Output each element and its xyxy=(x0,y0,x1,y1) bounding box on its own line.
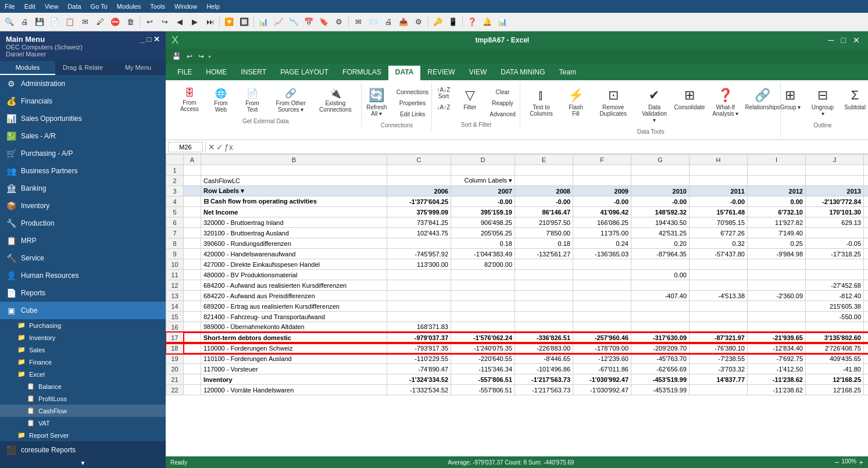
what-if-button[interactable]: ❓ What-If Analysis ▾ xyxy=(706,85,745,120)
insert-function-button[interactable]: ƒx xyxy=(224,142,233,152)
cell[interactable]: 215'605.38 xyxy=(806,301,864,312)
cell[interactable]: -226'883.00 xyxy=(515,343,573,353)
close-button[interactable]: ✕ xyxy=(851,35,862,45)
toolbar-btn-26[interactable]: 📤 xyxy=(397,15,410,29)
qa-dropdown-icon[interactable]: ▾ xyxy=(208,53,211,60)
properties-button[interactable]: Properties xyxy=(394,98,432,108)
sidebar-item-reports[interactable]: 📄 Reports xyxy=(0,284,166,302)
cell[interactable]: 375'999.09 xyxy=(387,207,451,217)
cell[interactable] xyxy=(387,165,451,176)
table-row[interactable]: 5Net Income375'999.09395'159.1986'146.47… xyxy=(166,207,869,217)
cell[interactable]: -110'229.55 xyxy=(387,353,451,364)
tab-home[interactable]: HOME xyxy=(199,66,234,80)
toolbar-btn-6[interactable]: ✉ xyxy=(78,15,92,29)
table-row[interactable]: 16989000 - Übernahmekonto Altdaten168'37… xyxy=(166,322,869,333)
toolbar-btn-10[interactable]: ↩ xyxy=(142,15,156,29)
table-row[interactable]: 14689200 - Ertrag aus realisierten Kursd… xyxy=(166,301,869,312)
cell[interactable]: Column Labels ▾ xyxy=(451,176,515,186)
relationships-button[interactable]: 🔗 Relationships xyxy=(747,85,778,113)
cell[interactable]: 0.20 xyxy=(631,238,690,249)
sidebar-item-inventory[interactable]: 📦 Inventory xyxy=(0,197,166,215)
cell[interactable] xyxy=(515,176,573,186)
cell[interactable]: 12'168.25 xyxy=(806,374,864,385)
cell[interactable] xyxy=(184,197,201,207)
toolbar-btn-9[interactable]: 🗑 xyxy=(123,15,137,29)
cell[interactable]: -1'030'992.47 xyxy=(573,374,631,385)
cell[interactable] xyxy=(451,280,515,291)
cell[interactable]: 168'371.83 xyxy=(864,322,869,333)
col-header-b[interactable]: B xyxy=(201,155,387,165)
col-header-c[interactable]: C xyxy=(387,155,451,165)
cell[interactable]: -317'630.09 xyxy=(631,333,690,343)
cell[interactable]: -178'709.00 xyxy=(573,343,631,353)
cell[interactable]: 2'726'408.75 xyxy=(806,343,864,353)
col-header-g[interactable]: G xyxy=(631,155,690,165)
cell[interactable]: 395'159.19 xyxy=(451,207,515,217)
cell[interactable]: -1'044'383.49 xyxy=(451,249,515,259)
cell[interactable] xyxy=(690,165,748,176)
from-other-sources-button[interactable]: 🔗 From Other Sources ▾ xyxy=(269,85,312,116)
zoom-in-button[interactable]: + xyxy=(859,458,863,467)
cell[interactable]: -7'692.75 xyxy=(748,353,806,364)
cell[interactable] xyxy=(573,259,631,270)
cell[interactable] xyxy=(201,165,387,176)
cell[interactable] xyxy=(515,322,573,333)
cell[interactable]: -557'806.51 xyxy=(451,374,515,385)
cell[interactable] xyxy=(184,322,201,333)
cell[interactable] xyxy=(515,301,573,312)
toolbar-btn-22[interactable]: ⚙ xyxy=(332,15,346,29)
cell[interactable]: -979'037.37 xyxy=(387,333,451,343)
tree-item-vat[interactable]: 📋 VAT xyxy=(0,417,166,429)
cell[interactable]: -87'964.35 xyxy=(631,249,690,259)
cell[interactable]: -220'640.55 xyxy=(451,353,515,364)
toolbar-btn-21[interactable]: 🔖 xyxy=(317,15,331,29)
cell[interactable] xyxy=(748,280,806,291)
cell[interactable] xyxy=(184,270,201,280)
cell[interactable] xyxy=(451,165,515,176)
tree-item-finance[interactable]: 📁 Finance xyxy=(0,356,166,368)
cell[interactable]: -8'446.65 xyxy=(515,353,573,364)
cell[interactable]: 2013 xyxy=(806,186,864,197)
cell[interactable] xyxy=(184,228,201,238)
tab-drag-relate[interactable]: Drag & Relate xyxy=(55,61,110,75)
cell[interactable]: 70'985.15 xyxy=(690,217,748,228)
cell[interactable] xyxy=(806,228,864,238)
cell[interactable]: -101'496.86 xyxy=(515,364,573,374)
tab-page-layout[interactable]: PAGE LAYOUT xyxy=(273,66,335,80)
cell[interactable]: -41.80 xyxy=(806,364,864,374)
cell[interactable]: 0.18 xyxy=(515,238,573,249)
cell[interactable]: -453'519.99 xyxy=(631,385,690,395)
cell[interactable] xyxy=(631,280,690,291)
cell[interactable]: 148'592.32 xyxy=(631,207,690,217)
cell[interactable]: 0.24 xyxy=(573,238,631,249)
cell[interactable]: Row Labels ▾ xyxy=(201,186,387,197)
sidebar-item-financials[interactable]: 💰 Financials xyxy=(0,92,166,110)
cell[interactable]: 14'837.77 xyxy=(690,374,748,385)
flash-fill-button[interactable]: ⚡ Flash Fill xyxy=(561,85,590,120)
cell[interactable] xyxy=(690,280,748,291)
consolidate-button[interactable]: ⊞ Consolidate xyxy=(675,85,704,113)
cell[interactable] xyxy=(451,270,515,280)
table-row[interactable]: 9420000 - Handelswarenaufwand-745'957.92… xyxy=(166,249,869,259)
cell[interactable] xyxy=(690,322,748,333)
cell[interactable]: -453'519.99 xyxy=(631,374,690,385)
minimize-button[interactable]: ─ xyxy=(826,35,837,45)
sidebar-item-production[interactable]: 🔧 Production xyxy=(0,215,166,232)
cell[interactable] xyxy=(748,312,806,322)
spreadsheet-container[interactable]: A B C D E F G H I J K 12CashFlowLCColumn… xyxy=(166,154,868,456)
tree-item-balance[interactable]: 📋 Balance xyxy=(0,380,166,392)
cell[interactable]: -115'346.34 xyxy=(451,364,515,374)
cell[interactable] xyxy=(184,353,201,364)
from-text-button[interactable]: 📄 From Text xyxy=(238,85,267,116)
cell[interactable]: 11'927.82 xyxy=(748,217,806,228)
cell[interactable] xyxy=(690,301,748,312)
col-header-i[interactable]: I xyxy=(748,155,806,165)
cell[interactable]: -440'975.69 xyxy=(864,333,869,343)
table-row[interactable]: 13684220 - Aufwand aus Preisdifferenzen-… xyxy=(166,291,869,301)
toolbar-btn-15[interactable]: 🔽 xyxy=(222,15,236,29)
cell[interactable]: -11'238.62 xyxy=(748,374,806,385)
sidebar-item-purchasing-ap[interactable]: 🛒 Purchasing - A/P xyxy=(0,145,166,162)
toolbar-btn-16[interactable]: 🔲 xyxy=(237,15,251,29)
table-row[interactable]: 20117000 - Vorsteuer-74'890.47-115'346.3… xyxy=(166,364,869,374)
cell[interactable]: -0.00 xyxy=(515,197,573,207)
